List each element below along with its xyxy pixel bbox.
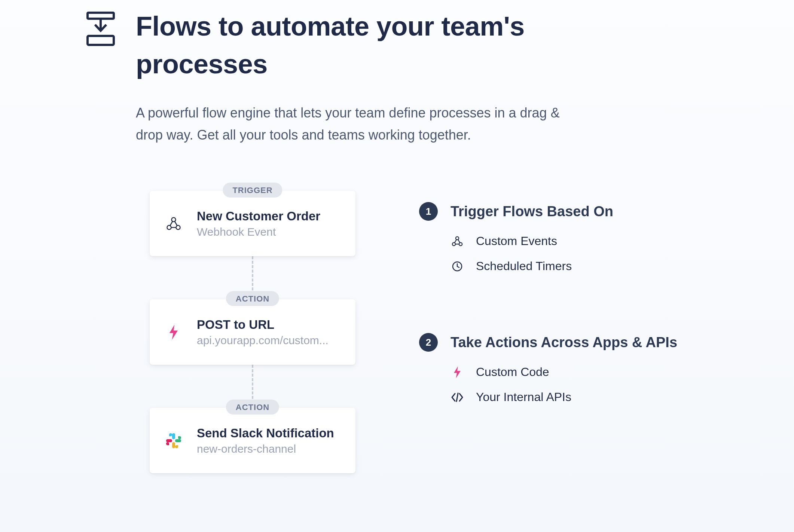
flow-card-subtitle: api.yourapp.com/custom... [197, 334, 335, 347]
flow-node-action-slack[interactable]: ACTION [150, 408, 355, 473]
flow-card: POST to URL api.yourapp.com/custom... [150, 299, 355, 365]
body-section: TRIGGER New Customer Order [86, 191, 708, 473]
feature-block-triggers: 1 Trigger Flows Based On [419, 202, 708, 273]
feature-item-custom-events: Custom Events [451, 234, 708, 248]
flow-card-title: New Customer Order [197, 209, 355, 223]
flow-card-title: Send Slack Notification [197, 426, 355, 440]
feature-item-custom-code: Custom Code [451, 365, 708, 379]
svg-point-3 [167, 225, 171, 229]
feature-title: Trigger Flows Based On [451, 204, 613, 220]
flow-node-action-post[interactable]: ACTION POST to URL api.yourapp.com/custo… [150, 299, 355, 365]
hero-text: Flows to automate your team's processes … [136, 7, 708, 146]
feature-heading: 1 Trigger Flows Based On [419, 202, 708, 221]
feature-item-scheduled-timers: Scheduled Timers [451, 259, 708, 273]
feature-item-label: Custom Code [476, 365, 549, 379]
page-title: Flows to automate your team's processes [136, 7, 547, 83]
node-type-pill: ACTION [226, 400, 279, 415]
svg-point-4 [176, 225, 180, 229]
features-list: 1 Trigger Flows Based On [419, 191, 708, 473]
flow-card-subtitle: Webhook Event [197, 226, 335, 238]
flow-card: Send Slack Notification new-orders-chann… [150, 408, 355, 473]
svg-rect-7 [175, 439, 181, 442]
feature-item-label: Your Internal APIs [476, 390, 571, 404]
svg-rect-2 [88, 36, 114, 45]
webhook-icon [165, 216, 183, 231]
feature-item-label: Scheduled Timers [476, 259, 572, 273]
feature-item-label: Custom Events [476, 234, 557, 248]
flow-card: New Customer Order Webhook Event [150, 191, 355, 256]
clock-icon [451, 261, 464, 272]
bolt-icon [451, 366, 464, 378]
feature-item-internal-apis: Your Internal APIs [451, 390, 708, 404]
bolt-icon [165, 325, 183, 340]
flow-card-subtitle: new-orders-channel [197, 443, 335, 455]
svg-rect-9 [166, 439, 172, 442]
svg-point-5 [172, 217, 176, 221]
flow-node-trigger[interactable]: TRIGGER New Customer Order [150, 191, 355, 256]
svg-point-10 [452, 242, 455, 245]
feature-heading: 2 Take Actions Across Apps & APIs [419, 333, 708, 352]
svg-rect-8 [172, 442, 175, 448]
svg-point-12 [456, 237, 459, 240]
code-icon [451, 392, 464, 402]
flow-card-title: POST to URL [197, 318, 355, 332]
svg-rect-6 [172, 433, 175, 439]
flow-diagram: TRIGGER New Customer Order [150, 191, 355, 473]
node-type-pill: TRIGGER [223, 183, 282, 198]
page: Flows to automate your team's processes … [0, 0, 794, 473]
node-type-pill: ACTION [226, 291, 279, 306]
page-subtitle: A powerful flow engine that lets your te… [136, 102, 577, 146]
slack-icon [165, 432, 183, 450]
svg-rect-0 [88, 13, 114, 19]
hero-section: Flows to automate your team's processes … [86, 7, 708, 146]
flows-hero-icon [86, 11, 115, 48]
svg-line-14 [456, 393, 458, 401]
feature-block-actions: 2 Take Actions Across Apps & APIs Custom… [419, 333, 708, 404]
feature-number-badge: 1 [419, 202, 438, 221]
webhook-icon [451, 236, 464, 247]
feature-title: Take Actions Across Apps & APIs [451, 334, 677, 351]
feature-number-badge: 2 [419, 333, 438, 352]
svg-point-11 [459, 242, 462, 245]
